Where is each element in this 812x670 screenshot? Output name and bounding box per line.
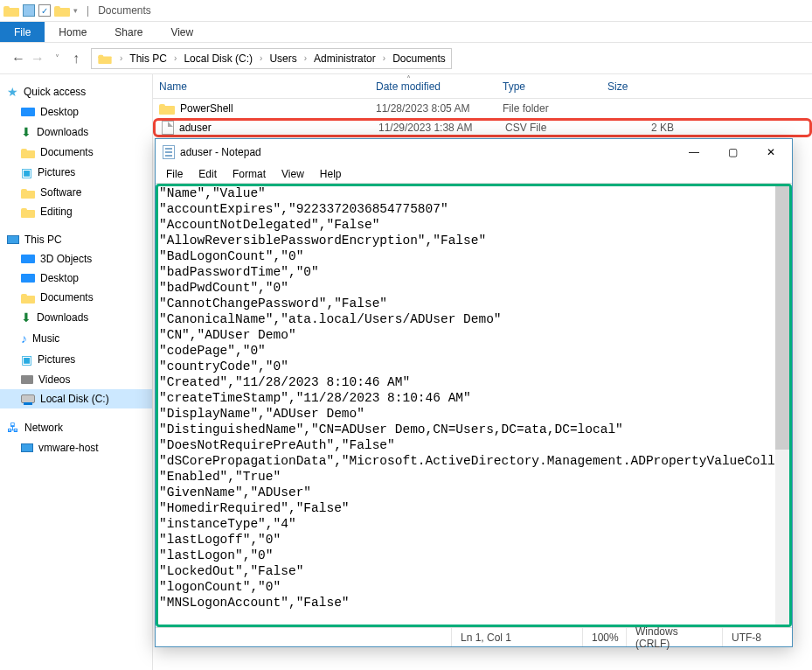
file-row-folder[interactable]: PowerShell 11/28/2023 8:05 AM File folde… bbox=[153, 99, 812, 118]
tab-file[interactable]: File bbox=[0, 22, 45, 42]
nav-item-videos[interactable]: Videos bbox=[0, 370, 152, 389]
nav-item-pictures2[interactable]: ▣Pictures bbox=[0, 349, 152, 370]
folder-icon bbox=[3, 4, 19, 17]
window-title: Documents bbox=[98, 4, 151, 17]
documents-icon bbox=[21, 147, 35, 157]
nav-item-documents[interactable]: Documents bbox=[0, 143, 152, 162]
downloads-icon: ⬇ bbox=[21, 125, 31, 139]
nav-item-desktop2[interactable]: Desktop bbox=[0, 269, 152, 288]
menu-help[interactable]: Help bbox=[313, 166, 349, 182]
star-icon: ★ bbox=[7, 85, 18, 99]
menu-edit[interactable]: Edit bbox=[191, 166, 224, 182]
notepad-icon bbox=[163, 145, 175, 159]
recent-dropdown[interactable]: ˅ bbox=[47, 53, 66, 63]
back-button[interactable]: ← bbox=[9, 51, 28, 66]
status-encoding: UTF-8 bbox=[722, 628, 792, 646]
network-icon: 🖧 bbox=[7, 421, 19, 435]
qat-folder-icon[interactable] bbox=[54, 4, 70, 17]
notepad-statusbar: Ln 1, Col 1 100% Windows (CRLF) UTF-8 bbox=[156, 627, 792, 646]
nav-item-editing[interactable]: Editing bbox=[0, 202, 152, 221]
downloads-icon: ⬇ bbox=[21, 311, 31, 325]
videos-icon bbox=[21, 375, 33, 384]
nav-item-desktop[interactable]: Desktop bbox=[0, 102, 152, 122]
column-headers: ˄ Name Date modified Type Size bbox=[153, 74, 812, 99]
file-list-pane: ˄ Name Date modified Type Size PowerShel… bbox=[153, 74, 812, 670]
col-type[interactable]: Type bbox=[503, 80, 607, 93]
menu-view[interactable]: View bbox=[274, 166, 311, 182]
3d-icon bbox=[21, 255, 35, 263]
qat-dropdown-icon[interactable]: ▾ bbox=[73, 6, 78, 15]
nav-network[interactable]: 🖧Network bbox=[0, 417, 152, 438]
file-row-aduser[interactable]: aduser 11/29/2023 1:38 AM CSV File 2 KB bbox=[153, 118, 812, 137]
folder-icon bbox=[21, 206, 35, 217]
nav-item-documents2[interactable]: Documents bbox=[0, 288, 152, 307]
desktop-icon bbox=[21, 274, 35, 283]
scroll-thumb[interactable] bbox=[775, 186, 789, 450]
nav-item-3d[interactable]: 3D Objects bbox=[0, 249, 152, 269]
minimize-button[interactable]: — bbox=[675, 140, 713, 164]
nav-item-downloads2[interactable]: ⬇Downloads bbox=[0, 307, 152, 328]
breadcrumb-item[interactable]: Administrator bbox=[314, 52, 376, 65]
col-name[interactable]: Name bbox=[153, 80, 376, 93]
breadcrumb-item[interactable]: Documents bbox=[392, 52, 446, 65]
address-bar[interactable]: › This PC› Local Disk (C:)› Users› Admin… bbox=[91, 48, 452, 69]
sort-indicator-icon: ˄ bbox=[406, 74, 411, 84]
notepad-title: aduser - Notepad bbox=[180, 146, 261, 158]
status-eol: Windows (CRLF) bbox=[626, 628, 722, 646]
ribbon-tabs: File Home Share View bbox=[0, 22, 812, 43]
folder-icon bbox=[21, 187, 35, 198]
nav-quick-access[interactable]: ★Quick access bbox=[0, 81, 152, 102]
nav-toolbar: ← → ˅ ↑ › This PC› Local Disk (C:)› User… bbox=[0, 43, 812, 74]
pictures-icon: ▣ bbox=[21, 165, 32, 179]
notepad-window: aduser - Notepad — ▢ ✕ File Edit Format … bbox=[155, 138, 793, 647]
pictures-icon: ▣ bbox=[21, 352, 32, 366]
music-icon: ♪ bbox=[21, 332, 27, 345]
status-zoom: 100% bbox=[582, 628, 626, 646]
notepad-content-area: "Name","Value" "accountExpires","9223372… bbox=[156, 183, 792, 627]
nav-item-downloads[interactable]: ⬇Downloads bbox=[0, 122, 152, 143]
breadcrumb-folder-icon bbox=[98, 53, 111, 64]
folder-icon bbox=[159, 102, 175, 115]
navigation-pane: ★Quick access Desktop ⬇Downloads Documen… bbox=[0, 74, 153, 670]
up-button[interactable]: ↑ bbox=[66, 51, 86, 66]
notepad-text[interactable]: "Name","Value" "accountExpires","9223372… bbox=[156, 184, 792, 627]
menu-format[interactable]: Format bbox=[226, 166, 273, 182]
forward-button[interactable]: → bbox=[28, 51, 47, 66]
notepad-menu: File Edit Format View Help bbox=[156, 165, 792, 183]
nav-item-software[interactable]: Software bbox=[0, 183, 152, 202]
tab-share[interactable]: Share bbox=[101, 22, 156, 42]
qat-properties-icon[interactable]: ✓ bbox=[38, 4, 51, 17]
breadcrumb-item[interactable]: Users bbox=[269, 52, 296, 65]
col-date[interactable]: Date modified bbox=[376, 80, 503, 93]
notepad-titlebar[interactable]: aduser - Notepad — ▢ ✕ bbox=[156, 139, 792, 165]
status-position: Ln 1, Col 1 bbox=[451, 628, 582, 646]
close-button[interactable]: ✕ bbox=[752, 140, 790, 164]
maximize-button[interactable]: ▢ bbox=[713, 140, 752, 164]
main-content: ★Quick access Desktop ⬇Downloads Documen… bbox=[0, 74, 812, 670]
tab-view[interactable]: View bbox=[156, 22, 207, 42]
desktop-icon bbox=[21, 108, 35, 116]
tab-home[interactable]: Home bbox=[45, 22, 101, 42]
nav-item-local-disk[interactable]: Local Disk (C:) bbox=[0, 389, 152, 408]
nav-item-vmware[interactable]: vmware-host bbox=[0, 438, 152, 457]
breadcrumb-item[interactable]: Local Disk (C:) bbox=[184, 52, 253, 65]
nav-item-pictures[interactable]: ▣Pictures bbox=[0, 162, 152, 183]
explorer-titlebar: ✓ ▾ | Documents bbox=[0, 0, 812, 22]
csv-file-icon bbox=[162, 121, 174, 135]
col-size[interactable]: Size bbox=[607, 80, 677, 93]
nav-this-pc[interactable]: This PC bbox=[0, 230, 152, 249]
breadcrumb-item[interactable]: This PC bbox=[129, 52, 167, 65]
documents-icon bbox=[21, 292, 35, 303]
qat-save-icon[interactable] bbox=[23, 4, 35, 17]
pc-icon bbox=[7, 235, 19, 244]
nav-item-music[interactable]: ♪Music bbox=[0, 328, 152, 349]
host-icon bbox=[21, 443, 33, 452]
menu-file[interactable]: File bbox=[159, 166, 190, 182]
scrollbar[interactable] bbox=[775, 186, 789, 625]
drive-icon bbox=[21, 394, 35, 403]
